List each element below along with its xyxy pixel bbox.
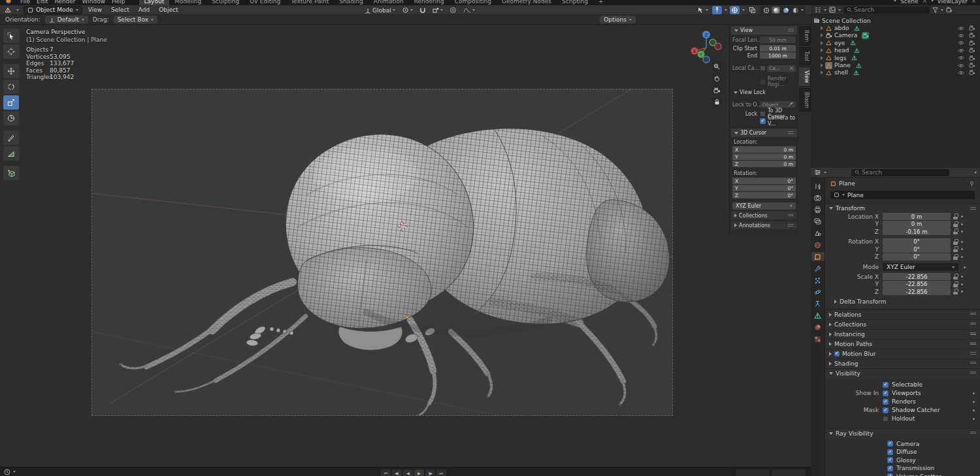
workspace-tab[interactable]: Geometry Nodes [497, 0, 557, 5]
camera-to-view-checkbox[interactable] [760, 118, 766, 124]
hide-viewport-eye-icon[interactable] [958, 63, 964, 68]
tab-world[interactable] [811, 240, 825, 249]
outliner-object-row[interactable]: Plane [813, 61, 977, 69]
animate-dot[interactable] [964, 266, 966, 268]
disable-render-camera-icon[interactable] [969, 56, 975, 61]
tool-select-box[interactable] [3, 29, 19, 43]
tab-render[interactable] [811, 193, 825, 202]
viewport-menu-item[interactable]: Select [110, 7, 131, 13]
visibility-checkbox[interactable] [883, 416, 889, 422]
visibility-checkbox[interactable] [883, 382, 889, 388]
display-mode-icon[interactable] [829, 7, 836, 13]
timeline-editor-icon[interactable] [4, 469, 10, 475]
workspace-tab[interactable]: UV Editing [244, 0, 286, 5]
workspace-tab[interactable]: Shading [334, 0, 368, 5]
outliner-object-row[interactable]: head [813, 47, 977, 54]
value-field[interactable]: 0° [883, 246, 951, 253]
clip-end-field[interactable]: 1000 m [760, 52, 796, 59]
blender-logo-icon[interactable] [4, 0, 13, 4]
shading-dropdown-caret[interactable] [801, 9, 804, 11]
tab-output[interactable] [811, 205, 825, 214]
lock-view-button[interactable] [711, 97, 722, 107]
outliner-root-collection[interactable]: Scene Collection [813, 17, 977, 24]
tool-annotate[interactable] [3, 131, 19, 145]
expand-icon[interactable] [821, 63, 823, 67]
jump-start-button[interactable]: ⏮ [381, 469, 391, 476]
orientation-dropdown[interactable]: Default [45, 16, 88, 24]
workspace-tab[interactable]: Layout [139, 0, 170, 5]
tab-modifiers[interactable] [811, 264, 825, 273]
hide-viewport-eye-icon[interactable] [958, 56, 964, 60]
filter-caret[interactable] [941, 9, 943, 11]
animate-dot[interactable] [961, 230, 963, 232]
local-camera-field[interactable]: Ca... [767, 65, 796, 72]
panel-header[interactable]: Relations [825, 309, 980, 319]
animate-dot[interactable] [961, 256, 963, 258]
show-overlays-toggle[interactable] [730, 6, 740, 14]
clear-icon[interactable] [789, 66, 794, 71]
expand-icon[interactable] [821, 56, 823, 60]
outliner-object-row[interactable]: shell [813, 69, 977, 76]
panel-checkbox[interactable] [834, 351, 840, 357]
object-visibility-dropdown[interactable] [696, 6, 710, 14]
menu-item[interactable]: Edit [33, 0, 51, 5]
lock-icon[interactable] [953, 221, 958, 227]
lock-icon[interactable] [953, 229, 958, 234]
local-camera-checkbox[interactable] [760, 65, 766, 71]
ray-checkbox[interactable] [887, 457, 893, 463]
expand-icon[interactable] [821, 26, 823, 30]
view-lock-header[interactable]: View Lock [734, 89, 794, 95]
properties-options-caret[interactable] [974, 172, 977, 174]
viewport-menu-item[interactable]: Add [137, 7, 151, 13]
euler-order-dropdown[interactable]: XYZ Euler [732, 202, 796, 210]
panel-header[interactable]: Collections [825, 319, 980, 329]
tab-constraints[interactable] [811, 299, 825, 308]
display-mode-caret[interactable] [838, 9, 841, 11]
scene-icon[interactable] [894, 0, 896, 2]
hide-viewport-eye-icon[interactable] [958, 71, 964, 75]
viewport-3d[interactable]: Camera Perspective (1) Scene Collection … [0, 25, 811, 467]
unlink-scene-icon[interactable] [923, 0, 927, 3]
outliner-search[interactable]: Search [843, 7, 930, 14]
snap-toggle[interactable] [418, 6, 427, 14]
cursor-axis-field[interactable]: X0 m [732, 146, 796, 153]
ray-checkbox[interactable] [887, 441, 893, 447]
workspace-tab[interactable]: Sculpting [206, 0, 244, 5]
disable-render-camera-icon[interactable] [969, 40, 975, 46]
cursor-panel-header[interactable]: 3D Cursor [731, 129, 797, 137]
workspace-tab[interactable]: Modeling [169, 0, 206, 5]
tab-view-layer[interactable] [811, 217, 825, 226]
cursor-axis-field[interactable]: Z0° [732, 192, 796, 198]
zoom-button[interactable] [711, 61, 722, 72]
outliner-editor-caret[interactable] [824, 9, 826, 11]
transform-orientation-dropdown[interactable]: Global [363, 6, 397, 14]
animate-dot[interactable] [961, 215, 963, 217]
panel-header[interactable]: Motion Paths [825, 339, 980, 349]
n-panel-tab[interactable]: Tool [799, 47, 811, 65]
shading-wireframe-button[interactable] [762, 7, 770, 14]
to-3d-cursor-checkbox[interactable] [760, 111, 766, 117]
scene-selector[interactable]: Scene [900, 0, 918, 5]
hide-viewport-eye-icon[interactable] [958, 26, 964, 31]
tab-texture[interactable] [811, 334, 825, 343]
lock-to-object-field[interactable]: Object [760, 101, 796, 108]
value-field[interactable]: -22.856 [883, 281, 951, 288]
gizmo-dropdown-caret[interactable] [725, 9, 727, 11]
pin-icon[interactable] [969, 181, 975, 187]
lock-icon[interactable] [953, 281, 958, 287]
eyedropper-icon[interactable] [788, 102, 793, 107]
animate-dot[interactable] [961, 248, 963, 250]
collapsed-panel-header[interactable]: Collections [731, 212, 797, 219]
cursor-axis-field[interactable]: Y0° [732, 185, 796, 191]
next-key-button[interactable]: |▶ [425, 469, 435, 476]
expand-icon[interactable] [821, 41, 823, 45]
viewlayer-selector[interactable]: ViewLayer [938, 0, 968, 5]
proportional-editing-toggle[interactable] [448, 6, 458, 14]
outliner-object-row[interactable]: Camera [813, 32, 977, 39]
play-reverse-button[interactable]: ◀ [403, 469, 413, 476]
lock-icon[interactable] [953, 254, 958, 260]
ray-checkbox[interactable] [887, 473, 893, 476]
animate-dot[interactable] [973, 401, 975, 403]
camera-view-button[interactable] [711, 85, 722, 95]
value-field[interactable]: 0° [883, 238, 951, 246]
